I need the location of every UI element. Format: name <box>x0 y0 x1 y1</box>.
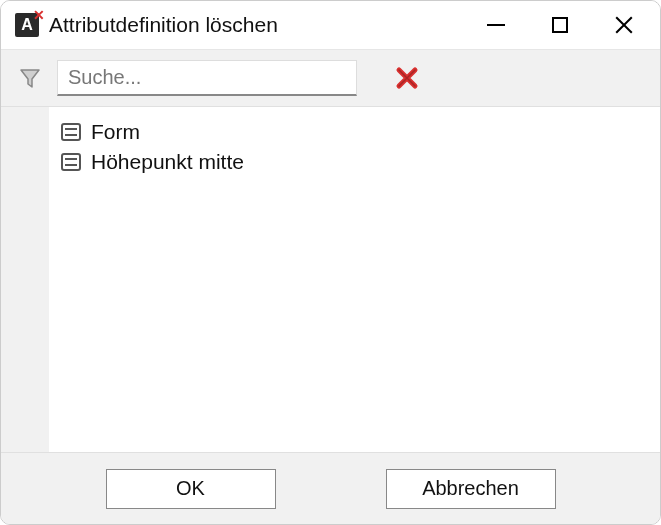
list-item[interactable]: Höhepunkt mitte <box>61 147 648 177</box>
attribute-icon <box>61 153 81 171</box>
clear-search-button[interactable] <box>395 66 419 90</box>
ok-button[interactable]: OK <box>106 469 276 509</box>
app-icon: A ✕ <box>15 13 39 37</box>
titlebar: A ✕ Attributdefinition löschen <box>1 1 660 49</box>
search-toolbar <box>1 49 660 107</box>
list-item-label: Höhepunkt mitte <box>91 150 244 174</box>
filter-icon <box>19 67 41 89</box>
window-controls <box>482 11 648 39</box>
content-area: Form Höhepunkt mitte <box>1 107 660 452</box>
cancel-button-label: Abbrechen <box>422 477 519 500</box>
search-input[interactable] <box>57 60 357 96</box>
footer: OK Abbrechen <box>1 452 660 524</box>
minimize-button[interactable] <box>482 11 510 39</box>
maximize-icon <box>552 17 568 33</box>
delete-badge-icon: ✕ <box>33 7 45 23</box>
close-button[interactable] <box>610 11 638 39</box>
close-icon <box>614 15 634 35</box>
minimize-icon <box>487 24 505 26</box>
window-title: Attributdefinition löschen <box>49 13 482 37</box>
cancel-button[interactable]: Abbrechen <box>386 469 556 509</box>
left-gutter <box>1 107 49 452</box>
dialog-window: A ✕ Attributdefinition löschen <box>0 0 661 525</box>
list-item[interactable]: Form <box>61 117 648 147</box>
maximize-button[interactable] <box>546 11 574 39</box>
list-item-label: Form <box>91 120 140 144</box>
ok-button-label: OK <box>176 477 205 500</box>
attribute-list: Form Höhepunkt mitte <box>49 107 660 452</box>
x-red-icon <box>395 66 419 90</box>
attribute-icon <box>61 123 81 141</box>
